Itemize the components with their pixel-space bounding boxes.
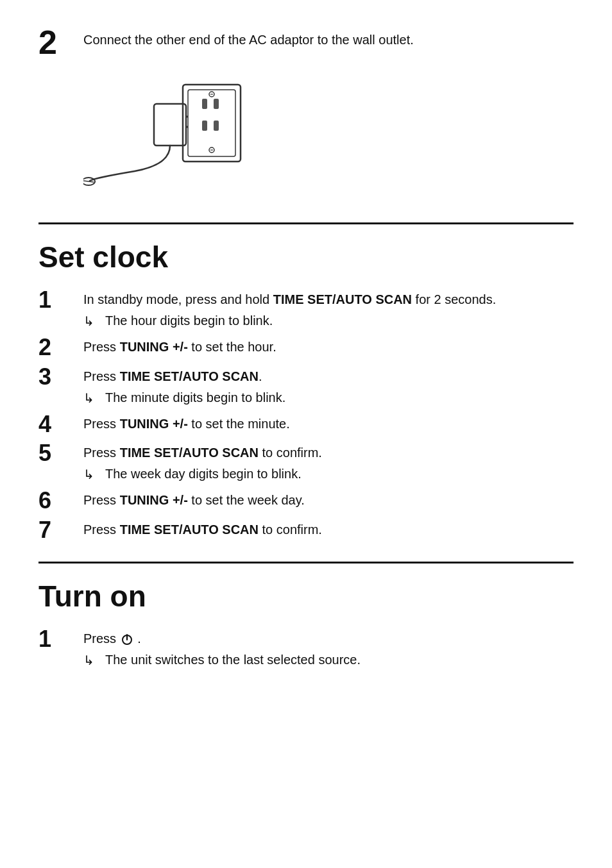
- step-num-6: 6: [38, 488, 83, 513]
- turn-on-step1-press: Press: [83, 631, 120, 646]
- step1-bold: TIME SET/AUTO SCAN: [273, 292, 412, 306]
- step-content-4: Press TUNING +/- to set the minute.: [83, 412, 290, 433]
- svg-rect-10: [154, 104, 186, 146]
- svg-rect-1: [188, 90, 235, 156]
- section-divider-2: [38, 562, 574, 563]
- step4-text-before: Press: [83, 417, 120, 431]
- svg-rect-2: [202, 99, 207, 109]
- set-clock-section: Set clock 1 In standby mode, press and h…: [38, 240, 574, 542]
- turn-on-step-content-1: Press . ↳ The unit switches to the last …: [83, 626, 361, 670]
- turn-on-step-num-1: 1: [38, 626, 83, 652]
- step4-bold: TUNING +/-: [120, 417, 188, 431]
- step2-bold: TUNING +/-: [120, 340, 188, 354]
- set-clock-step-1: 1 In standby mode, press and hold TIME S…: [38, 287, 574, 331]
- step-content-5: Press TIME SET/AUTO SCAN to confirm. ↳ T…: [83, 440, 322, 484]
- step2-top: 2 Connect the other end of the AC adapto…: [38, 26, 574, 59]
- step7-text-after: to confirm.: [259, 522, 322, 537]
- wall-outlet-svg: [83, 72, 263, 200]
- set-clock-step-5: 5 Press TIME SET/AUTO SCAN to confirm. ↳…: [38, 440, 574, 484]
- section-divider-1: [38, 222, 574, 224]
- step-num-2: 2: [38, 335, 83, 360]
- step-content-6: Press TUNING +/- to set the week day.: [83, 488, 305, 510]
- step1-text-after: for 2 seconds.: [412, 292, 496, 306]
- turn-on-title: Turn on: [38, 579, 574, 613]
- step3-text-before: Press: [83, 369, 120, 383]
- step5-text-before: Press: [83, 446, 120, 460]
- turn-on-step-1: 1 Press . ↳ The unit switches to the las…: [38, 626, 574, 670]
- step2-text: Connect the other end of the AC adaptor …: [83, 26, 414, 49]
- step3-sub-text: The minute digits begin to blink.: [105, 388, 285, 406]
- step7-text-before: Press: [83, 522, 120, 537]
- set-clock-step-6: 6 Press TUNING +/- to set the week day.: [38, 488, 574, 513]
- step3-sub: ↳ The minute digits begin to blink.: [83, 388, 285, 408]
- arrow-icon-3: ↳: [83, 388, 99, 408]
- step-num-3: 3: [38, 364, 83, 390]
- svg-rect-5: [214, 121, 219, 131]
- step5-bold: TIME SET/AUTO SCAN: [120, 446, 259, 460]
- step6-text-before: Press: [83, 493, 120, 507]
- step5-sub-text: The week day digits begin to blink.: [105, 465, 302, 483]
- step5-text-after: to confirm.: [259, 446, 322, 460]
- turn-on-step1-sub-text: The unit switches to the last selected s…: [105, 651, 361, 669]
- set-clock-step-3: 3 Press TIME SET/AUTO SCAN. ↳ The minute…: [38, 364, 574, 408]
- step1-text-before: In standby mode, press and hold: [83, 292, 273, 306]
- step7-bold: TIME SET/AUTO SCAN: [120, 522, 259, 537]
- power-icon: [120, 632, 134, 646]
- set-clock-step-7: 7 Press TIME SET/AUTO SCAN to confirm.: [38, 517, 574, 543]
- set-clock-steps: 1 In standby mode, press and hold TIME S…: [38, 287, 574, 542]
- step3-text-after: .: [259, 369, 262, 383]
- step-content-1: In standby mode, press and hold TIME SET…: [83, 287, 496, 331]
- step-content-7: Press TIME SET/AUTO SCAN to confirm.: [83, 517, 322, 539]
- wall-outlet-diagram: [83, 72, 574, 203]
- set-clock-step-4: 4 Press TUNING +/- to set the minute.: [38, 412, 574, 437]
- set-clock-title: Set clock: [38, 240, 574, 274]
- step-content-2: Press TUNING +/- to set the hour.: [83, 335, 276, 356]
- step2-text-after: to set the hour.: [188, 340, 276, 354]
- arrow-icon-turn-on-1: ↳: [83, 651, 99, 670]
- arrow-icon-5: ↳: [83, 465, 99, 484]
- step-num-1: 1: [38, 287, 83, 313]
- step4-text-after: to set the minute.: [188, 417, 290, 431]
- step5-sub: ↳ The week day digits begin to blink.: [83, 465, 322, 484]
- step-content-3: Press TIME SET/AUTO SCAN. ↳ The minute d…: [83, 364, 285, 408]
- svg-rect-3: [214, 99, 219, 109]
- step-num-4: 4: [38, 412, 83, 437]
- step-num-5: 5: [38, 440, 83, 466]
- step6-bold: TUNING +/-: [120, 493, 188, 507]
- step2-number: 2: [38, 26, 83, 59]
- svg-line-14: [83, 181, 94, 182]
- turn-on-step1-sub: ↳ The unit switches to the last selected…: [83, 651, 361, 670]
- set-clock-step-2: 2 Press TUNING +/- to set the hour.: [38, 335, 574, 360]
- step1-sub: ↳ The hour digits begin to blink.: [83, 312, 496, 331]
- arrow-icon-1: ↳: [83, 312, 99, 331]
- step3-bold: TIME SET/AUTO SCAN: [120, 369, 259, 383]
- turn-on-steps: 1 Press . ↳ The unit switches to the las…: [38, 626, 574, 670]
- step-num-7: 7: [38, 517, 83, 543]
- turn-on-section: Turn on 1 Press . ↳ The unit switches to…: [38, 579, 574, 670]
- turn-on-step1-text-after: .: [137, 631, 141, 646]
- step6-text-after: to set the week day.: [188, 493, 305, 507]
- step1-sub-text: The hour digits begin to blink.: [105, 312, 273, 330]
- svg-rect-4: [202, 121, 207, 131]
- step2-text-before: Press: [83, 340, 120, 354]
